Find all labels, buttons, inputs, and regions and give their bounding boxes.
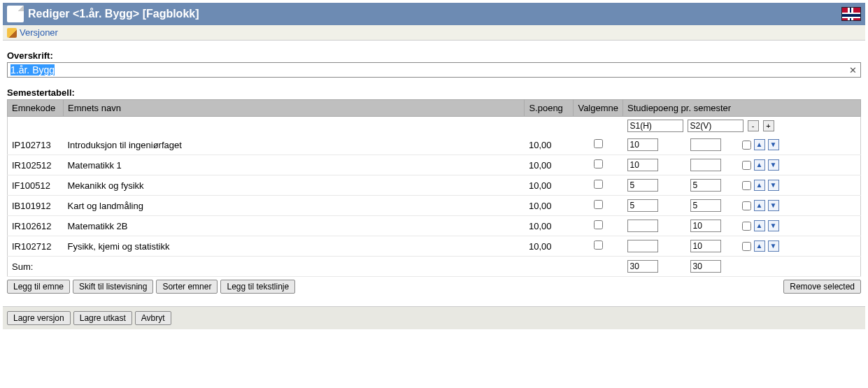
row-select-checkbox[interactable] [742,242,751,251]
cell-name: Fysikk, kjemi og statistikk [64,236,525,257]
cell-sp: 10,00 [525,155,574,175]
row-select-checkbox[interactable] [742,141,751,150]
semestertabell-label: Semestertabell: [7,87,861,98]
cell-sp: 10,00 [525,216,574,236]
move-down-button[interactable]: ▼ [768,159,779,171]
cell-name: Matematikk 2B [64,216,525,236]
versions-link[interactable]: Versjoner [20,27,58,38]
sem1-input[interactable] [627,159,658,171]
list-view-button[interactable]: Skift til listevisning [73,280,153,294]
cell-code: IR102512 [8,155,64,175]
cell-sp: 10,00 [525,196,574,216]
cell-sp: 10,00 [525,236,574,257]
footer-bar: Lagre versjon Lagre utkast Avbryt [3,306,865,329]
add-textline-button[interactable]: Legg til tekstlinje [220,280,295,294]
move-down-button[interactable]: ▼ [768,139,779,150]
sum-label: Sum: [8,257,525,277]
flag-norway-icon[interactable] [841,7,861,21]
sem2-input[interactable] [690,138,721,151]
cell-sp: 10,00 [525,175,574,196]
overskrift-label: Overskrift: [7,50,861,61]
sem2-input[interactable] [690,159,721,171]
save-version-button[interactable]: Lagre versjon [7,311,71,325]
move-up-button[interactable]: ▲ [754,159,765,171]
cell-code: IR102612 [8,216,64,236]
table-row: IP102713Introduksjon til ingeniørfaget10… [8,135,861,155]
cell-code: IR102712 [8,236,64,257]
cell-sp: 10,00 [525,135,574,155]
col-emnekode: Emnekode [8,100,64,117]
cell-name: Mekanikk og fysikk [64,175,525,196]
sem2-input[interactable] [690,199,721,212]
cancel-button[interactable]: Avbryt [135,311,171,325]
move-up-button[interactable]: ▲ [754,180,765,191]
sem2-input[interactable] [690,220,721,232]
cell-name: Kart og landmåling [64,196,525,216]
cell-code: IF100512 [8,175,64,196]
pencil-icon [7,28,17,38]
valgemne-checkbox[interactable] [594,159,603,168]
col-valgemne: Valgemne [574,100,623,117]
row-select-checkbox[interactable] [742,201,751,210]
move-up-button[interactable]: ▲ [754,139,765,150]
valgemne-checkbox[interactable] [594,200,603,209]
table-row: IR102512Matematikk 110,00▲▼ [8,155,861,175]
move-down-button[interactable]: ▼ [768,240,779,252]
move-down-button[interactable]: ▼ [768,180,779,191]
document-icon [7,6,24,22]
remove-semester-button[interactable]: - [748,120,759,131]
toolbar: Versjoner [3,25,865,41]
semester-table: Emnekode Emnets navn S.poeng Valgemne St… [7,99,861,277]
sum-s1[interactable] [627,260,658,273]
sem1-input[interactable] [627,240,658,252]
overskrift-input[interactable]: 1.år. Bygg [7,62,861,78]
cell-name: Introduksjon til ingeniørfaget [64,135,525,155]
move-up-button[interactable]: ▲ [754,240,765,252]
valgemne-checkbox[interactable] [594,240,603,250]
sum-s2[interactable] [690,260,721,273]
valgemne-checkbox[interactable] [594,139,603,148]
col-emnenavn: Emnets navn [64,100,525,117]
table-row: IR102712Fysikk, kjemi og statistikk10,00… [8,236,861,257]
col-sem: Studiepoeng pr. semester [623,100,861,117]
sem-header-1[interactable] [627,120,683,132]
move-up-button[interactable]: ▲ [754,220,765,231]
col-spoeng: S.poeng [525,100,574,117]
row-select-checkbox[interactable] [742,161,751,170]
cell-code: IB101912 [8,196,64,216]
window-title: Rediger <1.år. Bygg> [Fagblokk] [28,8,199,20]
sem1-input[interactable] [627,220,658,232]
valgemne-checkbox[interactable] [594,180,603,189]
add-semester-button[interactable]: + [763,120,774,131]
sem1-input[interactable] [627,179,658,192]
move-up-button[interactable]: ▲ [754,200,765,211]
sem1-input[interactable] [627,199,658,212]
valgemne-checkbox[interactable] [594,220,603,229]
row-select-checkbox[interactable] [742,181,751,190]
sem1-input[interactable] [627,138,658,151]
move-down-button[interactable]: ▼ [768,200,779,211]
sem2-input[interactable] [690,240,721,252]
clear-input-icon[interactable]: ✕ [849,65,857,76]
cell-name: Matematikk 1 [64,155,525,175]
table-row: IF100512Mekanikk og fysikk10,00▲▼ [8,175,861,196]
table-row: IR102612Matematikk 2B10,00▲▼ [8,216,861,236]
sem-header-2[interactable] [688,120,744,132]
table-row: IB101912Kart og landmåling10,00▲▼ [8,196,861,216]
save-draft-button[interactable]: Lagre utkast [73,311,132,325]
sem2-input[interactable] [690,179,721,192]
move-down-button[interactable]: ▼ [768,220,779,231]
add-emne-button[interactable]: Legg til emne [7,280,70,294]
overskrift-value: 1.år. Bygg [10,64,55,76]
sort-button[interactable]: Sorter emner [156,280,218,294]
cell-code: IP102713 [8,135,64,155]
remove-selected-button[interactable]: Remove selected [783,280,861,294]
window-header: Rediger <1.år. Bygg> [Fagblokk] [3,3,865,25]
row-select-checkbox[interactable] [742,222,751,231]
